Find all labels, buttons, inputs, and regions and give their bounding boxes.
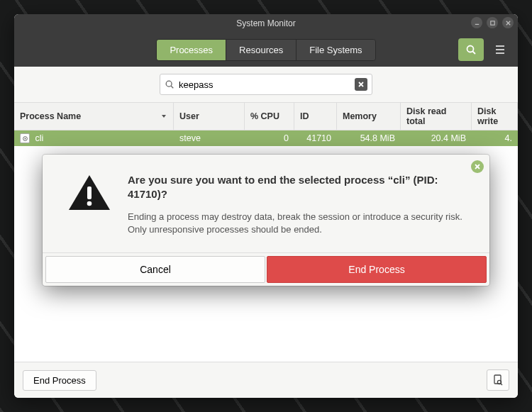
document-search-icon xyxy=(493,374,503,386)
col-memory[interactable]: Memory xyxy=(337,103,401,130)
close-icon xyxy=(358,81,365,88)
close-icon xyxy=(474,163,481,170)
tab-resources[interactable]: Resources xyxy=(226,40,297,60)
dialog-close-button[interactable] xyxy=(471,160,484,173)
properties-button[interactable] xyxy=(487,369,509,391)
col-disk-read[interactable]: Disk read total xyxy=(401,103,472,130)
window-title: System Monitor xyxy=(236,18,295,28)
sort-desc-icon xyxy=(160,113,167,120)
titlebar: System Monitor xyxy=(14,14,518,33)
tab-processes[interactable]: Processes xyxy=(157,40,226,60)
gear-icon xyxy=(20,133,30,143)
minimize-button[interactable] xyxy=(471,17,482,28)
svg-point-21 xyxy=(87,201,92,206)
confirm-end-process-dialog: Are you sure you want to end the selecte… xyxy=(43,155,489,286)
cell-id: 41710 xyxy=(294,133,337,143)
cell-user: steve xyxy=(174,133,245,143)
hamburger-icon xyxy=(494,45,506,55)
col-user[interactable]: User xyxy=(174,103,245,130)
svg-point-14 xyxy=(24,138,26,139)
dialog-heading: Are you sure you want to end the selecte… xyxy=(128,173,470,202)
search-bar xyxy=(14,67,518,103)
clear-search-button[interactable] xyxy=(355,78,367,91)
warning-icon xyxy=(67,173,112,237)
svg-rect-20 xyxy=(87,186,92,199)
table-row[interactable]: cli steve 0 41710 54.8 MiB 20.4 MiB 4. xyxy=(14,130,518,146)
tab-filesystems[interactable]: File Systems xyxy=(297,40,375,60)
view-tabs: Processes Resources File Systems xyxy=(156,39,375,61)
end-process-button[interactable]: End Process xyxy=(23,370,96,391)
cell-diskr: 20.4 MiB xyxy=(401,133,472,143)
svg-point-9 xyxy=(166,81,172,87)
search-input[interactable] xyxy=(179,79,350,90)
svg-line-5 xyxy=(473,52,476,55)
dialog-cancel-button[interactable]: Cancel xyxy=(45,256,265,283)
col-disk-write[interactable]: Disk write xyxy=(472,103,518,130)
col-cpu[interactable]: % CPU xyxy=(245,103,294,130)
svg-line-10 xyxy=(171,86,173,88)
search-icon xyxy=(465,44,477,55)
table-header: Process Name User % CPU ID Memory Disk r… xyxy=(14,103,518,130)
search-field[interactable] xyxy=(160,74,372,95)
toolbar: Processes Resources File Systems xyxy=(14,33,518,67)
search-icon xyxy=(165,79,174,89)
footer: End Process xyxy=(14,362,518,398)
dialog-body: Ending a process may destroy data, break… xyxy=(128,211,470,238)
svg-line-17 xyxy=(501,384,502,385)
cell-memory: 54.8 MiB xyxy=(337,133,401,143)
svg-point-4 xyxy=(467,46,474,52)
svg-rect-1 xyxy=(490,21,494,24)
col-id[interactable]: ID xyxy=(294,103,337,130)
close-button[interactable] xyxy=(502,17,514,28)
cell-diskw: 4. xyxy=(472,133,518,143)
maximize-button[interactable] xyxy=(487,17,498,28)
search-toggle-button[interactable] xyxy=(458,38,484,61)
menu-button[interactable] xyxy=(489,38,511,61)
col-process-name[interactable]: Process Name xyxy=(14,103,174,130)
cell-name: cli xyxy=(35,133,43,143)
dialog-end-process-button[interactable]: End Process xyxy=(267,256,487,283)
cell-cpu: 0 xyxy=(245,133,294,143)
